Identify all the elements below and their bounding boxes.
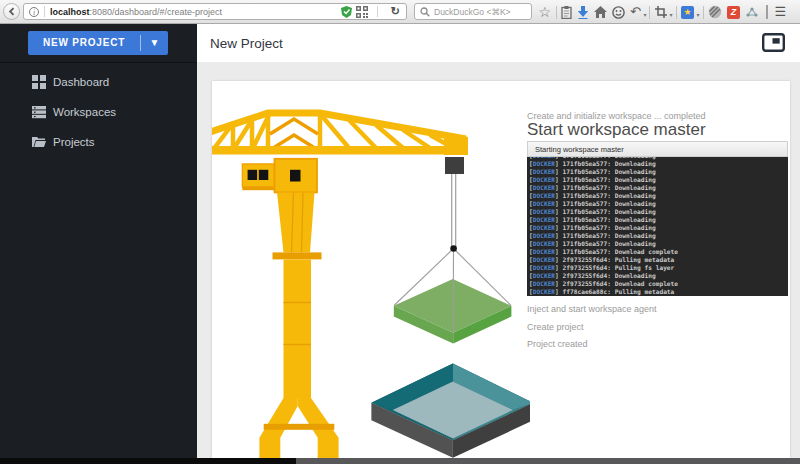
- sidebar-item-label: Projects: [53, 136, 95, 148]
- site-info-icon[interactable]: i: [29, 7, 39, 17]
- crop-tool-icon[interactable]: [655, 4, 667, 20]
- qr-code-icon[interactable]: [356, 6, 368, 18]
- url-path: :8080/dashboard/#/create-project: [90, 7, 223, 17]
- clipboard-icon[interactable]: [561, 4, 572, 20]
- bottom-bar: [0, 458, 800, 464]
- console-line: [DOCKER] 171fb05ea577: Downloading: [529, 224, 788, 232]
- console-title: Starting workspace master: [527, 141, 788, 157]
- page-title: New Project: [210, 36, 283, 51]
- sidebar: NEW PROJECT ▼ Dashboard: [0, 24, 197, 464]
- toolbar-separator: [556, 6, 557, 19]
- console-body[interactable]: [DOCKER] 171fb05ea577: Downloading[DOCKE…: [527, 157, 788, 296]
- step-inject-agent: Inject and start workspace agent: [527, 304, 657, 314]
- undo-caret-icon[interactable]: ▾: [643, 11, 646, 18]
- sidebar-item-dashboard[interactable]: Dashboard: [0, 67, 197, 97]
- console-line: [DOCKER] 171fb05ea577: Downloading: [529, 216, 788, 224]
- url-host: localhost: [50, 7, 90, 17]
- sidebar-item-workspaces[interactable]: Workspaces: [0, 97, 197, 127]
- new-project-button[interactable]: NEW PROJECT ▼: [28, 31, 168, 55]
- toolbar-thick-separator: [766, 5, 768, 19]
- step-heading: Start workspace master: [527, 120, 706, 140]
- undo-icon[interactable]: ↶: [630, 4, 641, 20]
- projects-folder-icon: [32, 135, 46, 149]
- bottom-bar-gray-segment: [296, 458, 800, 464]
- page-header: New Project: [197, 24, 800, 62]
- toolbar-separator: [676, 6, 677, 19]
- console-line: [DOCKER] 171fb05ea577: Downloading: [529, 184, 788, 192]
- bookmarks-ext-caret-icon[interactable]: ▾: [697, 11, 700, 18]
- crane-body: [242, 159, 338, 458]
- toolbar-separator: [703, 6, 704, 19]
- step-project-created: Project created: [527, 339, 588, 349]
- sidebar-item-projects[interactable]: Projects: [0, 127, 197, 157]
- chat-smiley-icon[interactable]: [612, 4, 625, 20]
- workspaces-stack-icon: [32, 105, 46, 119]
- menu-hamburger-icon[interactable]: ☰: [775, 4, 787, 20]
- browser-toolbar: i localhost:8080/dashboard/#/create-proj…: [0, 0, 800, 24]
- console-line: [DOCKER] 171fb05ea577: Downloading: [529, 200, 788, 208]
- home-icon[interactable]: [594, 4, 607, 20]
- search-icon: [420, 7, 430, 17]
- console-line: [DOCKER] 171fb05ea577: Downloading: [529, 192, 788, 200]
- crane-jib: [212, 113, 468, 155]
- search-placeholder: DuckDuckGo <⌘K>: [434, 7, 511, 17]
- console-line: [DOCKER] 2f973255f6d4: Pulling fs layer: [529, 264, 788, 272]
- bookmark-star-icon[interactable]: ☆: [539, 4, 552, 20]
- console-line: [DOCKER] 2f973255f6d4: Downloading: [529, 272, 788, 280]
- hook-point: [450, 245, 457, 252]
- content-area: Create and initialize workspace ... comp…: [197, 62, 800, 464]
- toolbar-icons: ☆ ↶: [536, 0, 789, 24]
- workspace-console: Starting workspace master [DOCKER] 171fb…: [527, 141, 788, 296]
- sidebar-nav: Dashboard Workspaces: [0, 67, 197, 157]
- console-line: [DOCKER] 171fb05ea577: Downloading: [529, 176, 788, 184]
- teal-tray: [371, 364, 530, 458]
- workspace-progress-column: Create and initialize workspace ... comp…: [527, 81, 788, 458]
- crane-illustration: [212, 81, 530, 458]
- url-bar[interactable]: i localhost:8080/dashboard/#/create-proj…: [23, 3, 407, 20]
- reload-button[interactable]: ↻: [387, 5, 404, 19]
- molecule-icon[interactable]: [745, 4, 759, 20]
- url-separator: [44, 6, 45, 17]
- dashboard-grid-icon: [32, 75, 46, 89]
- create-project-card: Create and initialize workspace ... comp…: [212, 81, 790, 458]
- sidebar-item-label: Workspaces: [53, 106, 116, 118]
- ide-window-icon[interactable]: [762, 33, 785, 52]
- console-line: [DOCKER] ff78cae6a88c: Pulling metadata: [529, 288, 788, 296]
- crane-hoist: [445, 157, 464, 247]
- console-line: [DOCKER] 171fb05ea577: Download complete: [529, 248, 788, 256]
- console-line: [DOCKER] 171fb05ea577: Downloading: [529, 208, 788, 216]
- red-ext-icon[interactable]: Z: [727, 6, 740, 19]
- step-create-project: Create project: [527, 322, 584, 332]
- bottom-bar-dark-segment: [0, 458, 296, 464]
- new-project-caret-icon[interactable]: ▼: [141, 31, 168, 55]
- downloads-icon[interactable]: [577, 4, 589, 20]
- back-arrow-icon: [7, 7, 16, 16]
- url-separator2: [377, 6, 378, 17]
- console-line: [DOCKER] 171fb05ea577: Downloading: [529, 232, 788, 240]
- crop-caret-icon[interactable]: ▾: [669, 11, 672, 18]
- sidebar-item-label: Dashboard: [53, 76, 109, 88]
- console-line: [DOCKER] 2f973255f6d4: Download complete: [529, 280, 788, 288]
- back-button[interactable]: [3, 3, 20, 20]
- url-text: localhost:8080/dashboard/#/create-projec…: [50, 7, 341, 17]
- toolbar-separator: [649, 6, 650, 19]
- sidebar-divider: [0, 62, 197, 63]
- console-line: [DOCKER] 2f973255f6d4: Pulling metadata: [529, 256, 788, 264]
- bookmarks-ext-icon[interactable]: ★: [681, 6, 694, 19]
- console-line: [DOCKER] 171fb05ea577: Downloading: [529, 240, 788, 248]
- new-project-label: NEW PROJECT: [28, 31, 140, 55]
- url-bar-right-icons: ↻: [341, 5, 404, 19]
- console-line: [DOCKER] 171fb05ea577: Downloading: [529, 168, 788, 176]
- app-page: NEW PROJECT ▼ Dashboard: [0, 24, 800, 464]
- shield-icon[interactable]: [341, 6, 352, 18]
- console-line: [DOCKER] 171fb05ea577: Downloading: [529, 160, 788, 168]
- stripes-ball-icon[interactable]: [708, 4, 722, 20]
- search-bar[interactable]: DuckDuckGo <⌘K>: [414, 3, 532, 20]
